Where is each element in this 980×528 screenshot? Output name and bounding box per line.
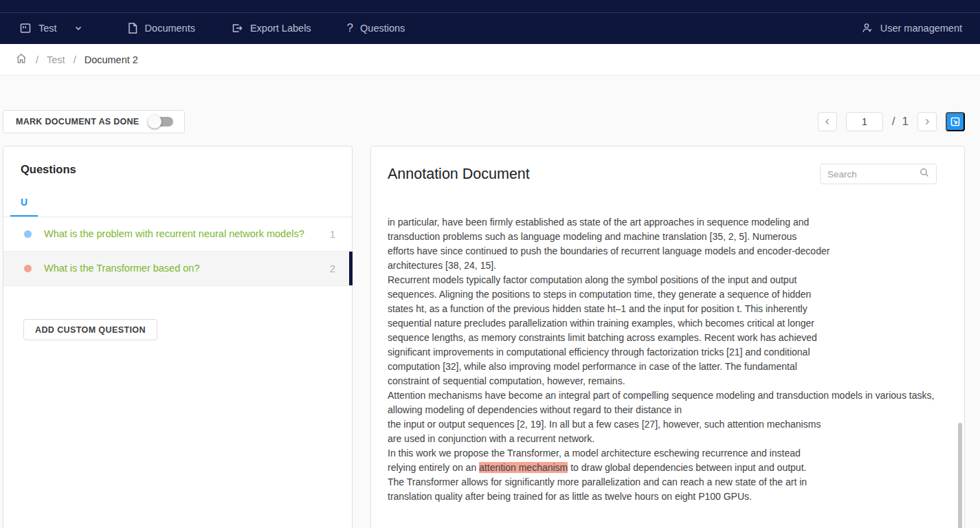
- nav-item-label: Questions: [360, 23, 405, 34]
- text-segment: sequences. Aligning the positions to ste…: [388, 289, 811, 300]
- text-segment: In this work we propose the Transformer,…: [388, 448, 801, 459]
- document-line: efforts have since continued to push the…: [388, 244, 948, 258]
- nav-item-label: User management: [880, 23, 962, 34]
- selected-row-indicator: [349, 252, 353, 285]
- text-segment: Attention mechanisms have become an inte…: [388, 390, 934, 401]
- document-line: Attention mechanisms have become an inte…: [388, 388, 948, 403]
- document-line: sequential nature precludes parallelizat…: [388, 316, 948, 331]
- document-line: sequences. Aligning the positions to ste…: [388, 287, 948, 302]
- text-segment: architectures [38, 24, 15].: [388, 260, 496, 271]
- text-segment: efforts have since continued to push the…: [388, 245, 829, 256]
- document-line: the input or output sequences [2, 19]. I…: [388, 417, 948, 432]
- text-segment: to draw global dependencies between inpu…: [568, 462, 806, 473]
- question-row-1[interactable]: What is the problem with recurrent neura…: [3, 217, 352, 252]
- vertical-scrollbar-thumb[interactable]: [958, 423, 962, 528]
- text-segment: sequential nature precludes parallelizat…: [388, 318, 814, 329]
- text-segment: The Transformer allows for significantly…: [388, 476, 807, 487]
- document-line: translation quality after being trained …: [388, 490, 948, 504]
- project-label: Test: [38, 23, 57, 34]
- question-text: What is the problem with recurrent neura…: [44, 227, 313, 241]
- tab-u[interactable]: U: [10, 197, 38, 217]
- document-line: Recurrent models typically factor comput…: [388, 273, 948, 287]
- document-line: The Transformer allows for significantly…: [388, 475, 948, 490]
- project-switcher[interactable]: Test: [19, 22, 83, 34]
- text-segment: in particular, have been firmly establis…: [388, 217, 809, 228]
- document-line: In this work we propose the Transformer,…: [388, 446, 948, 461]
- questions-panel: Questions U What is the problem with rec…: [3, 146, 353, 528]
- next-page-button[interactable]: [917, 112, 937, 131]
- document-line: constraint of sequential computation, ho…: [388, 374, 948, 388]
- text-segment: relying entirely on an: [388, 462, 479, 473]
- text-segment: significant improvements in computationa…: [388, 346, 810, 358]
- toggle-thumb: [148, 115, 162, 129]
- top-navbar: Test Documents: [0, 0, 980, 44]
- document-text[interactable]: in particular, have been firmly establis…: [388, 215, 948, 504]
- nav-item-label: Export Labels: [250, 23, 311, 34]
- question-mark-icon: ?: [347, 21, 353, 35]
- pagination: / 1: [818, 112, 965, 131]
- export-icon: [231, 22, 243, 34]
- nav-item-label: Documents: [145, 23, 195, 34]
- project-board-icon: [19, 22, 32, 34]
- document-line: relying entirely on an attention mechani…: [388, 461, 948, 475]
- mark-done-card: MARK DOCUMENT AS DONE: [3, 110, 185, 133]
- mark-done-label: MARK DOCUMENT AS DONE: [16, 117, 139, 126]
- home-icon[interactable]: [15, 52, 27, 67]
- document-line: sequence lengths, as memory constraints …: [388, 331, 948, 345]
- user-icon: [861, 22, 873, 34]
- text-segment: allowing modeling of dependencies withou…: [388, 404, 682, 415]
- document-line: states ht, as a function of the previous…: [388, 302, 948, 316]
- add-custom-question-button[interactable]: ADD CUSTOM QUESTION: [23, 319, 157, 340]
- nav-item-questions[interactable]: ? Questions: [347, 21, 405, 35]
- breadcrumb: / Test / Document 2: [0, 44, 980, 76]
- text-segment: transduction problems such as language m…: [388, 231, 797, 242]
- document-line: allowing modeling of dependencies withou…: [388, 403, 948, 417]
- breadcrumb-item-test[interactable]: Test: [47, 54, 65, 65]
- document-line: architectures [38, 24, 15].: [388, 258, 948, 273]
- annotation-document-panel: Annotation Document in particular, have …: [370, 146, 965, 528]
- question-number: 1: [330, 228, 335, 240]
- document-icon: [127, 22, 138, 34]
- nav-item-documents[interactable]: Documents: [127, 22, 195, 34]
- text-segment: are used in conjunction with a recurrent…: [388, 433, 594, 444]
- chevron-down-icon: [74, 23, 83, 33]
- text-segment: translation quality after being trained …: [388, 491, 752, 502]
- annotation-document-title: Annotation Document: [388, 166, 530, 183]
- document-line: significant improvements in computationa…: [388, 345, 948, 360]
- main-content: Questions U What is the problem with rec…: [3, 146, 965, 528]
- breadcrumb-separator: /: [74, 54, 76, 65]
- text-segment: states ht, as a function of the previous…: [388, 303, 808, 314]
- page-total: 1: [902, 115, 909, 129]
- document-toolbar: MARK DOCUMENT AS DONE / 1: [3, 110, 965, 133]
- document-line: in particular, have been firmly establis…: [388, 215, 948, 230]
- nav-item-export-labels[interactable]: Export Labels: [231, 22, 311, 34]
- question-color-dot: [24, 230, 32, 238]
- search-input[interactable]: [827, 169, 919, 179]
- page-number-input[interactable]: [846, 112, 883, 131]
- page-separator: /: [892, 115, 895, 129]
- question-text: What is the Transformer based on?: [44, 261, 313, 276]
- nav-item-user-management[interactable]: User management: [861, 22, 962, 34]
- annotation-highlight[interactable]: attention mechanism: [479, 462, 568, 473]
- search-box[interactable]: [820, 164, 937, 184]
- document-line: are used in conjunction with a recurrent…: [388, 432, 948, 446]
- document-line: transduction problems such as language m…: [388, 230, 948, 244]
- text-segment: the input or output sequences [2, 19]. I…: [388, 419, 821, 430]
- question-row-2[interactable]: What is the Transformer based on? 2: [3, 252, 352, 286]
- text-segment: Recurrent models typically factor comput…: [388, 274, 797, 285]
- breadcrumb-separator: /: [36, 54, 38, 65]
- search-icon: [919, 167, 930, 181]
- questions-tabs: U: [3, 197, 352, 217]
- breadcrumb-item-current: Document 2: [85, 54, 138, 65]
- text-segment: constraint of sequential computation, ho…: [388, 375, 625, 386]
- questions-panel-title: Questions: [21, 163, 352, 176]
- question-color-dot: [24, 265, 32, 272]
- selection-tool-button[interactable]: [946, 112, 965, 131]
- document-line: computation [32], while also improving m…: [388, 360, 948, 374]
- text-segment: sequence lengths, as memory constraints …: [388, 332, 817, 343]
- mark-done-toggle[interactable]: [150, 117, 173, 126]
- question-number: 2: [330, 263, 335, 274]
- text-segment: computation [32], while also improving m…: [388, 361, 797, 372]
- previous-page-button[interactable]: [818, 112, 837, 131]
